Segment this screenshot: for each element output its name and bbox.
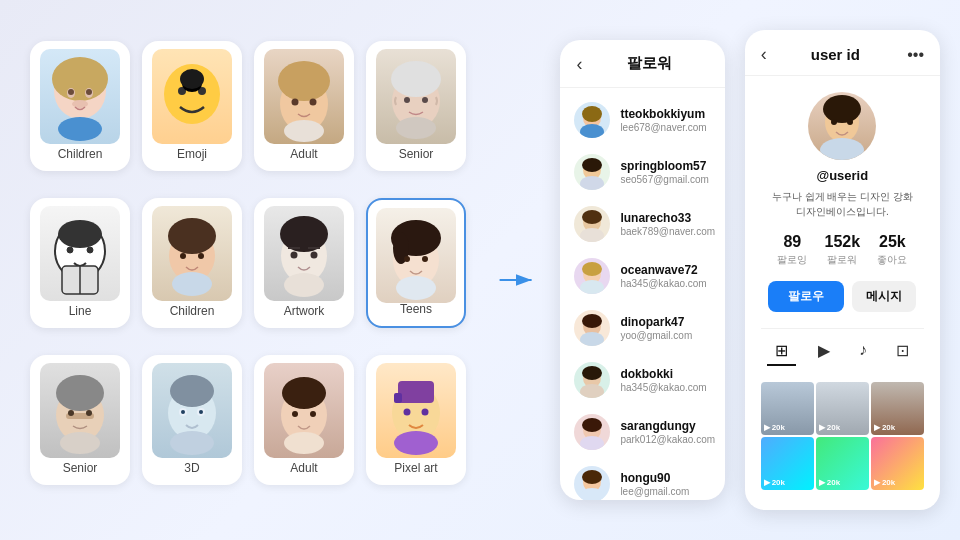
avatar-card-3d[interactable]: 3D (142, 355, 242, 485)
grid-item[interactable]: ▶ 20k (871, 437, 924, 490)
list-item[interactable]: tteokbokkiyum lee678@naver.com (560, 94, 724, 146)
avatar-card-adult[interactable]: Adult (254, 41, 354, 171)
svg-point-16 (310, 98, 317, 105)
tab-bookmark[interactable]: ⊡ (888, 337, 917, 366)
grid-item[interactable]: ▶ 20k (871, 382, 924, 435)
list-item[interactable]: lunarecho33 baek789@naver.com (560, 198, 724, 250)
avatar-card-children[interactable]: Children (30, 41, 130, 171)
follower-info: lunarecho33 baek789@naver.com (620, 211, 715, 237)
grid-image: ▶ 20k (871, 382, 924, 435)
svg-point-33 (172, 272, 212, 296)
svg-point-20 (404, 97, 410, 103)
svg-point-69 (422, 408, 429, 415)
svg-rect-66 (398, 381, 434, 403)
list-item[interactable]: dokbokki ha345@kakao.com (560, 354, 724, 406)
avatar-card-senior2[interactable]: Senior (30, 355, 130, 485)
stat-following: 89 팔로잉 (777, 233, 807, 267)
svg-point-24 (58, 220, 102, 248)
svg-point-35 (280, 216, 328, 252)
list-item[interactable]: sarangdungy park012@kakao.com (560, 406, 724, 458)
follower-name: sarangdungy (620, 419, 715, 433)
avatar-label-children: Children (58, 147, 103, 161)
tab-grid[interactable]: ⊞ (767, 337, 796, 366)
avatar-card-line[interactable]: Line (30, 198, 130, 328)
follower-name: dinopark47 (620, 315, 692, 329)
svg-point-52 (60, 432, 100, 454)
svg-point-99 (831, 119, 837, 125)
stat-followers-label: 팔로워 (827, 253, 857, 267)
svg-point-45 (422, 256, 428, 262)
follower-info: springbloom57 seo567@gmail.com (620, 159, 709, 185)
svg-point-14 (278, 61, 330, 101)
svg-point-6 (72, 100, 88, 108)
avatar (574, 102, 610, 138)
list-item[interactable]: hongu90 lee@gmail.com (560, 458, 724, 500)
svg-point-64 (284, 432, 324, 454)
follower-info: hongu90 lee@gmail.com (620, 471, 689, 497)
profile-menu-button[interactable]: ••• (904, 46, 924, 64)
svg-point-78 (580, 176, 604, 190)
grid-image: ▶ 20k (871, 437, 924, 490)
stat-likes-label: 좋아요 (877, 253, 907, 267)
follower-info: dokbokki ha345@kakao.com (620, 367, 706, 393)
profile-tabs: ⊞ ▶ ♪ ⊡ (761, 328, 924, 374)
avatar-card-adult2[interactable]: Adult (254, 355, 354, 485)
follower-email: lee678@naver.com (620, 122, 706, 133)
tab-music[interactable]: ♪ (851, 337, 875, 366)
list-item[interactable]: springbloom57 seo567@gmail.com (560, 146, 724, 198)
avatar-card-emoji[interactable]: Emoji (142, 41, 242, 171)
play-icon: ▶ (874, 478, 880, 487)
avatar (574, 206, 610, 242)
play-icon: ▶ (874, 423, 880, 432)
svg-point-38 (284, 273, 324, 297)
svg-point-101 (820, 138, 864, 160)
grid-item[interactable]: ▶ 20k (761, 437, 814, 490)
avatar-card-senior[interactable]: Senior (366, 41, 466, 171)
svg-point-62 (292, 411, 298, 417)
list-item[interactable]: oceanwave72 ha345@kakao.com (560, 250, 724, 302)
tab-video[interactable]: ▶ (810, 337, 838, 366)
arrow-icon (498, 270, 538, 290)
followers-back-button[interactable]: ‹ (576, 55, 582, 73)
svg-point-80 (582, 210, 602, 224)
svg-point-44 (404, 256, 410, 262)
avatar-card-artwork[interactable]: Artwork (254, 198, 354, 328)
avatar-image-emoji (152, 49, 232, 144)
svg-point-83 (582, 262, 602, 276)
view-count: 20k (827, 478, 840, 487)
follower-name: springbloom57 (620, 159, 709, 173)
grid-item[interactable]: ▶ 20k (816, 437, 869, 490)
follower-email: ha345@kakao.com (620, 382, 706, 393)
svg-point-75 (580, 124, 604, 138)
grid-image: ▶ 20k (816, 437, 869, 490)
view-count: 20k (882, 478, 895, 487)
follow-button[interactable]: 팔로우 (768, 281, 844, 312)
profile-avatar (808, 92, 876, 160)
play-icon: ▶ (819, 423, 825, 432)
message-button[interactable]: 메시지 (852, 281, 916, 312)
grid-overlay: ▶ 20k (874, 423, 895, 432)
avatar-label-senior2: Senior (63, 461, 98, 475)
svg-point-22 (396, 117, 436, 139)
follower-name: hongu90 (620, 471, 689, 485)
grid-item[interactable]: ▶ 20k (761, 382, 814, 435)
grid-overlay: ▶ 20k (764, 423, 785, 432)
list-item[interactable]: dinopark47 yoo@gmail.com (560, 302, 724, 354)
avatar-card-pixel[interactable]: Pixel art (366, 355, 466, 485)
avatar-image-teens (376, 208, 456, 303)
profile-panel-title: user id (767, 46, 904, 63)
svg-point-74 (582, 106, 602, 122)
svg-point-37 (311, 251, 318, 258)
avatar-card-children2[interactable]: Children (142, 198, 242, 328)
svg-point-68 (404, 408, 411, 415)
play-icon: ▶ (764, 478, 770, 487)
svg-point-25 (67, 247, 73, 253)
avatar-label-adult2: Adult (290, 461, 317, 475)
stat-likes: 25k 좋아요 (877, 233, 907, 267)
grid-item[interactable]: ▶ 20k (816, 382, 869, 435)
avatar-card-teens[interactable]: Teens (366, 198, 466, 328)
profile-grid: ▶ 20k ▶ 20k ▶ 20k (761, 382, 924, 490)
svg-point-81 (580, 228, 604, 242)
avatar (574, 310, 610, 346)
svg-point-100 (847, 119, 853, 125)
